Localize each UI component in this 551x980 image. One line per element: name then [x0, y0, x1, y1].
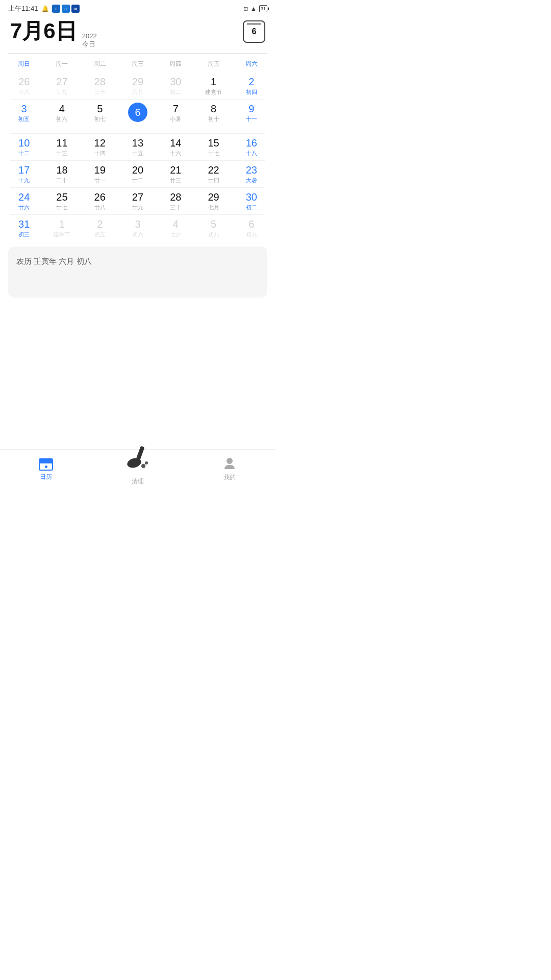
- today-button[interactable]: 6: [243, 20, 265, 43]
- wifi-icon: ▲: [251, 5, 257, 12]
- cal-cell-3-5[interactable]: 22廿四: [194, 161, 232, 187]
- cal-num-1-6: 9: [248, 103, 254, 115]
- cal-sub-5-4: 七夕: [170, 231, 181, 238]
- nav-clean[interactable]: 清理: [92, 454, 184, 486]
- cal-cell-4-6[interactable]: 30初二: [233, 188, 270, 214]
- status-bar: 上午11:41 🔔 i ii iii ⊡ ▲ 31: [0, 0, 276, 15]
- cal-sub-1-5: 初十: [208, 115, 219, 123]
- cal-cell-4-4[interactable]: 28三十: [157, 188, 194, 214]
- cal-row-4: 24廿六25廿七26廿八27廿九28三十29七月30初二: [5, 188, 270, 214]
- cal-num-2-0: 10: [18, 137, 30, 149]
- cal-cell-2-1[interactable]: 11十三: [43, 134, 81, 160]
- cal-cell-0-3[interactable]: 29六月: [119, 72, 157, 99]
- cal-cell-4-1[interactable]: 25廿七: [43, 188, 81, 214]
- cal-num-0-2: 28: [94, 76, 106, 88]
- cal-sub-4-0: 廿六: [18, 204, 30, 211]
- cal-sub-5-0: 初三: [18, 231, 30, 238]
- cal-icon-dot: [45, 465, 47, 468]
- cal-num-0-4: 30: [170, 76, 181, 88]
- cal-cell-5-6[interactable]: 6初九: [233, 215, 270, 241]
- cal-num-2-4: 14: [170, 137, 181, 149]
- weekday-0: 周日: [5, 58, 43, 70]
- cal-cell-1-5[interactable]: 8初十: [194, 100, 232, 133]
- cal-num-1-3: 6: [128, 103, 147, 122]
- cal-sub-1-3: 初八: [132, 122, 143, 130]
- weekday-6: 周六: [233, 58, 270, 70]
- cal-cell-2-6[interactable]: 16十八: [233, 134, 270, 160]
- cal-cell-0-2[interactable]: 28三十: [81, 72, 119, 99]
- svg-point-2: [141, 464, 145, 468]
- cal-cell-2-3[interactable]: 13十五: [119, 134, 157, 160]
- cal-sub-4-6: 初二: [246, 204, 257, 211]
- cal-cell-5-5[interactable]: 5初八: [194, 215, 232, 241]
- weekday-4: 周四: [157, 58, 194, 70]
- cal-sub-0-4: 初二: [170, 88, 181, 96]
- cal-num-1-4: 7: [173, 103, 179, 115]
- cal-cell-0-5[interactable]: 1建党节: [194, 72, 232, 99]
- cal-cell-2-5[interactable]: 15十七: [194, 134, 232, 160]
- cal-cell-3-6[interactable]: 23大暑: [233, 161, 270, 187]
- cal-sub-4-1: 廿七: [56, 204, 67, 211]
- cal-cell-0-4[interactable]: 30初二: [157, 72, 194, 99]
- cal-row-3: 17十九18二十19廿一20廿二21廿三22廿四23大暑: [5, 161, 270, 187]
- cal-cell-4-3[interactable]: 27廿九: [119, 188, 157, 214]
- cal-num-0-5: 1: [211, 76, 216, 88]
- cal-cell-3-0[interactable]: 17十九: [5, 161, 43, 187]
- cal-sub-5-6: 初九: [246, 231, 257, 238]
- person-body: [224, 465, 235, 469]
- cal-cell-4-5[interactable]: 29七月: [194, 188, 232, 214]
- cal-cell-5-1[interactable]: 1建军节: [43, 215, 81, 241]
- cal-sub-5-3: 初六: [132, 231, 143, 238]
- cal-num-5-0: 31: [18, 218, 30, 230]
- cal-num-1-5: 8: [211, 103, 216, 115]
- cal-cell-4-2[interactable]: 26廿八: [81, 188, 119, 214]
- cal-num-5-6: 6: [248, 218, 254, 230]
- cal-cell-1-2[interactable]: 5初七: [81, 100, 119, 133]
- cal-sub-0-0: 廿八: [18, 88, 30, 96]
- cal-cell-2-0[interactable]: 10十二: [5, 134, 43, 160]
- today-icon-num: 6: [252, 28, 257, 36]
- nav-mine[interactable]: 我的: [184, 458, 276, 482]
- cal-cell-2-4[interactable]: 14十六: [157, 134, 194, 160]
- cal-num-3-0: 17: [18, 164, 30, 176]
- cal-num-3-4: 21: [170, 164, 181, 176]
- cal-num-5-4: 4: [173, 218, 179, 230]
- cal-sub-1-6: 十一: [246, 115, 257, 123]
- nav-calendar[interactable]: 日历: [0, 458, 92, 481]
- cal-cell-2-2[interactable]: 12十四: [81, 134, 119, 160]
- cal-cell-3-2[interactable]: 19廿一: [81, 161, 119, 187]
- cal-cell-5-0[interactable]: 31初三: [5, 215, 43, 241]
- cal-num-5-1: 1: [59, 218, 65, 230]
- cal-cell-1-4[interactable]: 7小暑: [157, 100, 194, 133]
- cal-cell-1-6[interactable]: 9十一: [233, 100, 270, 133]
- cal-sub-2-0: 十二: [18, 150, 30, 157]
- cal-cell-3-3[interactable]: 20廿二: [119, 161, 157, 187]
- cal-num-4-3: 27: [132, 191, 143, 203]
- cal-row-0: 26廿八27廿九28三十29六月30初二1建党节2初四: [5, 72, 270, 99]
- cal-cell-5-2[interactable]: 2初五: [81, 215, 119, 241]
- cal-cell-0-1[interactable]: 27廿九: [43, 72, 81, 99]
- cal-sub-3-0: 十九: [18, 177, 30, 184]
- cal-cell-5-4[interactable]: 4七夕: [157, 215, 194, 241]
- calendar-top-bar: [247, 23, 261, 24]
- cal-icon-top: [40, 459, 52, 463]
- cal-cell-1-3[interactable]: 6初八: [119, 100, 157, 133]
- cal-cell-3-1[interactable]: 18二十: [43, 161, 81, 187]
- cal-cell-1-0[interactable]: 3初五: [5, 100, 43, 133]
- cal-num-5-5: 5: [211, 218, 216, 230]
- header-title: 7月6日 2022 今日: [10, 20, 97, 49]
- cal-cell-0-0[interactable]: 26廿八: [5, 72, 43, 99]
- cal-cell-3-4[interactable]: 21廿三: [157, 161, 194, 187]
- cal-sub-3-4: 廿三: [170, 177, 181, 184]
- cal-row-2: 10十二11十三12十四13十五14十六15十七16十八: [5, 134, 270, 160]
- cal-sub-4-2: 廿八: [94, 204, 106, 211]
- cal-cell-4-0[interactable]: 24廿六: [5, 188, 43, 214]
- app-icon-2: ii: [62, 5, 70, 13]
- cal-sub-1-2: 初七: [94, 115, 106, 123]
- cal-sub-2-5: 十七: [208, 150, 219, 157]
- header-date: 7月6日: [10, 20, 77, 42]
- person-icon: [223, 458, 236, 471]
- cal-cell-1-1[interactable]: 4初六: [43, 100, 81, 133]
- cal-cell-5-3[interactable]: 3初六: [119, 215, 157, 241]
- cal-cell-0-6[interactable]: 2初四: [233, 72, 270, 99]
